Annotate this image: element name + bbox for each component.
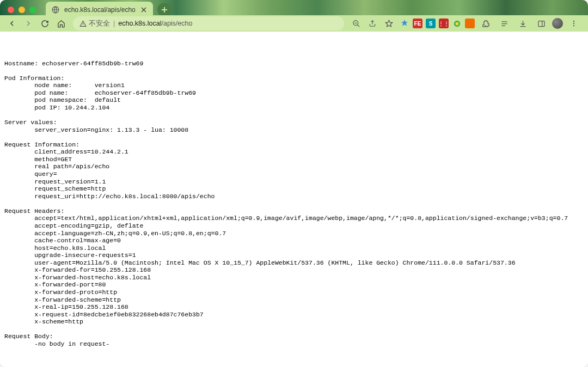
profile-avatar[interactable] (552, 18, 563, 29)
reading-list-button[interactable] (497, 16, 512, 31)
browser-window: echo.k8s.local/apis/echo (0, 0, 588, 367)
home-button[interactable] (53, 16, 69, 31)
page-content: Hostname: echoserver-64ff85db9b-trw69 Po… (0, 30, 588, 352)
globe-icon (51, 5, 60, 14)
url-path: /apis/echo (161, 20, 192, 27)
close-window-button[interactable] (8, 7, 14, 13)
share-button[interactable] (365, 16, 380, 31)
request-body-heading: Request Body: (4, 333, 53, 340)
downloads-button[interactable] (515, 16, 530, 31)
tab-title: echo.k8s.local/apis/echo (64, 6, 136, 14)
extensions-button[interactable] (478, 16, 493, 31)
reload-button[interactable] (37, 16, 52, 31)
insecure-warning: 不安全 (79, 19, 110, 28)
side-panel-button[interactable] (534, 16, 549, 31)
url-text: echo.k8s.local/apis/echo (118, 20, 192, 27)
forward-button[interactable] (21, 16, 36, 31)
svg-point-7 (573, 25, 574, 26)
window-controls (4, 7, 40, 13)
svg-rect-4 (538, 21, 544, 26)
close-tab-button[interactable] (140, 6, 148, 14)
back-button[interactable] (4, 16, 20, 31)
toolbar: 不安全 | echo.k8s.local/apis/echo FE (0, 15, 588, 32)
extensions: FE S ⋮⋮ (397, 16, 584, 31)
menu-button[interactable] (566, 16, 581, 31)
extension-icon[interactable] (400, 19, 409, 28)
server-values-heading: Server values: (4, 119, 57, 126)
insecure-text: 不安全 (89, 19, 110, 28)
maximize-window-button[interactable] (29, 7, 36, 13)
warning-icon (79, 20, 87, 27)
zoom-button[interactable] (348, 16, 364, 31)
extension-icon[interactable] (452, 19, 462, 28)
svg-point-3 (455, 22, 458, 25)
svg-point-5 (573, 21, 574, 22)
titlebar: echo.k8s.local/apis/echo (0, 0, 588, 30)
url-host: echo.k8s.local (118, 20, 161, 27)
minimize-window-button[interactable] (19, 7, 25, 13)
address-bar[interactable]: 不安全 | echo.k8s.local/apis/echo (73, 16, 344, 30)
svg-point-6 (573, 23, 574, 24)
request-info-heading: Request Information: (4, 141, 79, 148)
pod-info-heading: Pod Information: (4, 75, 64, 82)
hostname-line: Hostname: echoserver-64ff85db9b-trw69 (4, 60, 143, 67)
extension-icon[interactable]: FE (413, 19, 422, 28)
request-headers-heading: Request Headers: (4, 207, 64, 215)
extension-icon[interactable] (465, 19, 475, 28)
extension-icon[interactable]: ⋮⋮ (439, 19, 449, 28)
bookmark-button[interactable] (381, 16, 396, 31)
extension-icon[interactable]: S (426, 19, 436, 28)
